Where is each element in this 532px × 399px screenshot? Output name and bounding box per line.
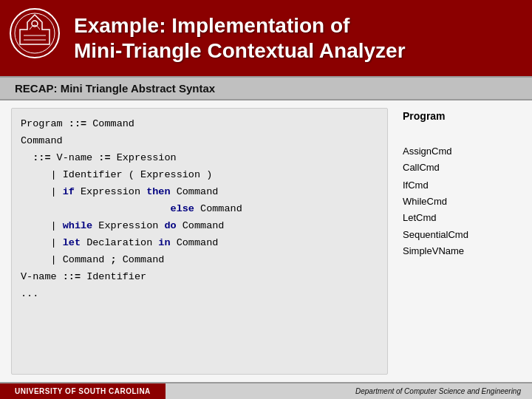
code-line-ellipsis: ... bbox=[21, 288, 38, 299]
label-group-program: Program bbox=[403, 108, 521, 126]
label-whilecmd: WhileCmd bbox=[403, 194, 521, 210]
label-letcmd: LetCmd bbox=[403, 210, 521, 226]
label-group-if: IfCmd WhileCmd LetCmd SequentialCmd Simp… bbox=[403, 177, 521, 259]
footer-department: Department of Computer Science and Engin… bbox=[166, 383, 532, 399]
header-title: Example: Implementation of Mini-Triangle… bbox=[74, 13, 406, 63]
label-callcmd: CallCmd bbox=[403, 160, 521, 176]
content-area: Program ::= Command Command ::= V-name :… bbox=[0, 100, 532, 382]
logo bbox=[9, 7, 64, 66]
header-title-line1: Example: Implementation of bbox=[74, 13, 406, 38]
footer-department-text: Department of Computer Science and Engin… bbox=[355, 387, 521, 395]
code-line-9: | Command ; Command bbox=[21, 254, 164, 265]
code-line-8: | let Declaration in Command bbox=[21, 237, 218, 248]
svg-point-0 bbox=[10, 9, 59, 58]
code-block: Program ::= Command Command ::= V-name :… bbox=[11, 108, 388, 375]
header: Example: Implementation of Mini-Triangle… bbox=[0, 0, 532, 76]
code-line-2: Command bbox=[21, 135, 63, 146]
footer: UNIVERSITY OF SOUTH CAROLINA Department … bbox=[0, 382, 532, 399]
code-line-6: else Command bbox=[21, 203, 242, 214]
labels-block: Program AssignCmd CallCmd IfCmd WhileCmd… bbox=[403, 108, 521, 375]
code-line-7: | while Expression do Command bbox=[21, 220, 224, 231]
code-line-3: ::= V-name := Expression bbox=[21, 152, 177, 163]
svg-point-1 bbox=[15, 13, 55, 53]
code-line-1: Program ::= Command bbox=[21, 118, 134, 129]
label-program: Program bbox=[403, 108, 521, 126]
footer-university-text: UNIVERSITY OF SOUTH CAROLINA bbox=[15, 387, 151, 395]
subtitle-bar: RECAP: Mini Triangle Abstract Syntax bbox=[0, 76, 532, 100]
label-sequentialcmd: SequentialCmd bbox=[403, 227, 521, 243]
label-group-assign: AssignCmd CallCmd bbox=[403, 143, 521, 176]
label-ifcmd: IfCmd bbox=[403, 177, 521, 194]
header-title-line2: Mini-Triangle Contextual Analyzer bbox=[74, 38, 406, 64]
code-line-5: | if Expression then Command bbox=[21, 186, 218, 197]
label-assigncmd: AssignCmd bbox=[403, 143, 521, 160]
code-line-10: V-name ::= Identifier bbox=[21, 271, 146, 282]
footer-university: UNIVERSITY OF SOUTH CAROLINA bbox=[0, 383, 166, 399]
label-simplevname: SimpleVName bbox=[403, 243, 521, 259]
slide: Example: Implementation of Mini-Triangle… bbox=[0, 0, 532, 399]
subtitle-text: RECAP: Mini Triangle Abstract Syntax bbox=[15, 82, 215, 95]
code-line-4: | Identifier ( Expression ) bbox=[21, 169, 212, 180]
